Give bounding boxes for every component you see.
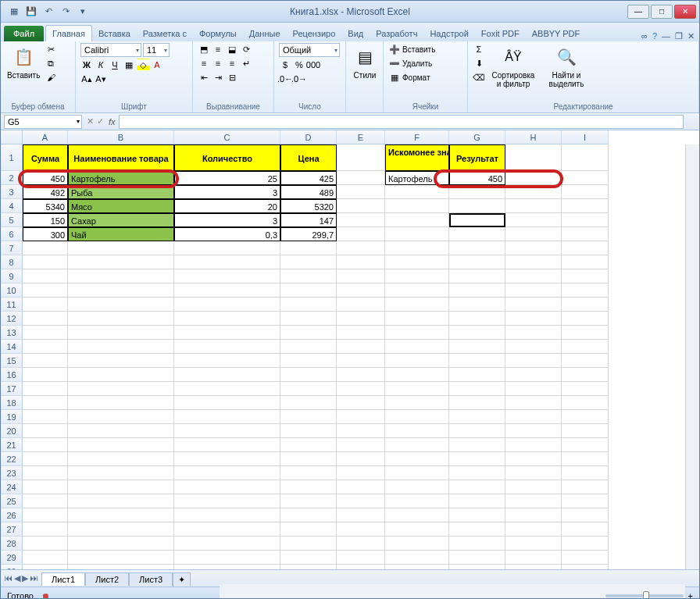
cell-A5[interactable]: 150 — [23, 213, 68, 227]
maximize-button[interactable]: □ — [651, 5, 673, 19]
row-header-18[interactable]: 18 — [1, 396, 23, 410]
fill-color-icon[interactable]: ◇ — [137, 59, 149, 71]
cell-empty[interactable] — [68, 537, 174, 551]
cell-empty[interactable] — [280, 326, 337, 340]
cell-empty[interactable] — [337, 340, 385, 354]
cell-empty[interactable] — [385, 326, 449, 340]
cell-empty[interactable] — [562, 354, 609, 368]
cell-D1[interactable]: Цена — [280, 144, 337, 171]
cell-empty[interactable] — [280, 368, 337, 382]
cell-empty[interactable] — [562, 396, 609, 410]
cell-empty[interactable] — [449, 340, 505, 354]
tab-formulas[interactable]: Формулы — [193, 26, 243, 41]
cell-B6[interactable]: Чай — [68, 227, 174, 241]
wrap-text-icon[interactable]: ↵ — [240, 57, 252, 70]
cell-empty[interactable] — [505, 269, 562, 283]
cell-empty[interactable] — [280, 283, 337, 298]
select-all-corner[interactable] — [1, 130, 23, 144]
autosum-icon[interactable]: Σ — [473, 43, 485, 55]
cell-empty[interactable] — [174, 283, 280, 298]
find-select-button[interactable]: 🔍 Найти и выделить — [541, 43, 591, 90]
cell-empty[interactable] — [385, 494, 449, 508]
tab-layout[interactable]: Разметка с — [137, 26, 193, 41]
close-button[interactable]: ✕ — [674, 5, 696, 19]
cell-empty[interactable] — [280, 565, 337, 569]
cell-empty[interactable] — [280, 537, 337, 551]
increase-indent-icon[interactable]: ⇥ — [212, 71, 224, 84]
tab-review[interactable]: Рецензиро — [287, 26, 342, 41]
cell-empty[interactable] — [68, 466, 174, 480]
cell-empty[interactable] — [505, 565, 562, 569]
row-header-12[interactable]: 12 — [1, 312, 23, 326]
cell-empty[interactable] — [23, 466, 68, 480]
tab-file[interactable]: Файл — [4, 26, 44, 41]
cell-empty[interactable] — [280, 480, 337, 494]
cell-empty[interactable] — [505, 537, 562, 551]
cell-empty[interactable] — [449, 255, 505, 269]
cell-empty[interactable] — [449, 354, 505, 368]
doc-min-icon[interactable]: — — [662, 31, 670, 41]
cell-empty[interactable] — [68, 494, 174, 508]
cell-A4[interactable]: 5340 — [23, 199, 68, 213]
cell-empty[interactable] — [449, 241, 505, 255]
cell-empty[interactable] — [174, 269, 280, 283]
percent-icon[interactable]: % — [293, 59, 305, 71]
row-header-26[interactable]: 26 — [1, 508, 23, 522]
cell-empty[interactable] — [337, 283, 385, 298]
cell-empty[interactable] — [23, 298, 68, 312]
align-right-icon[interactable]: ≡ — [226, 57, 238, 70]
align-middle-icon[interactable]: ≡ — [212, 43, 224, 55]
font-color-icon[interactable]: A — [151, 59, 163, 71]
cell-empty[interactable] — [280, 382, 337, 396]
cell-empty[interactable] — [562, 508, 609, 522]
cell-empty[interactable] — [505, 396, 562, 410]
tab-abbyy[interactable]: ABBYY PDF — [526, 26, 587, 41]
cell-empty[interactable] — [449, 565, 505, 569]
col-header-D[interactable]: D — [280, 130, 337, 144]
cell-empty[interactable] — [337, 508, 385, 522]
cell-empty[interactable] — [449, 438, 505, 452]
cell-empty[interactable] — [174, 494, 280, 508]
sheet-tab-1[interactable]: Лист1 — [41, 572, 85, 586]
sort-filter-button[interactable]: ÂŸ Сортировка и фильтр — [488, 43, 538, 90]
cell-empty[interactable] — [280, 340, 337, 354]
cell-empty[interactable] — [505, 283, 562, 298]
cell-empty[interactable] — [505, 438, 562, 452]
qat-more-icon[interactable]: ▾ — [76, 5, 90, 19]
orientation-icon[interactable]: ⟳ — [240, 43, 252, 55]
tab-data[interactable]: Данные — [243, 26, 287, 41]
cell-empty[interactable] — [68, 241, 174, 255]
decrease-decimal-icon[interactable]: .0→ — [293, 73, 305, 85]
cell-empty[interactable] — [68, 452, 174, 466]
cell-empty[interactable] — [174, 508, 280, 522]
cell-empty[interactable] — [562, 368, 609, 382]
fill-icon[interactable]: ⬇ — [473, 57, 485, 70]
cell-B1[interactable]: Наименование товара — [68, 144, 174, 171]
cell-empty[interactable] — [337, 480, 385, 494]
cell-C5[interactable]: 3 — [174, 213, 280, 227]
cell-empty[interactable] — [174, 368, 280, 382]
cell-empty[interactable] — [449, 522, 505, 537]
cell-empty[interactable] — [385, 255, 449, 269]
grow-font-icon[interactable]: A▴ — [80, 73, 93, 85]
row-header-24[interactable]: 24 — [1, 480, 23, 494]
cell-I1[interactable] — [562, 144, 609, 171]
cell-empty[interactable] — [174, 565, 280, 569]
row-header-23[interactable]: 23 — [1, 466, 23, 480]
cell-empty[interactable] — [449, 508, 505, 522]
cell-empty[interactable] — [505, 340, 562, 354]
cell-empty[interactable] — [449, 537, 505, 551]
cell-empty[interactable] — [505, 241, 562, 255]
cell-empty[interactable] — [385, 396, 449, 410]
cell-C2[interactable]: 25 — [174, 171, 280, 185]
row-header-9[interactable]: 9 — [1, 269, 23, 283]
cell-empty[interactable] — [174, 255, 280, 269]
cell-empty[interactable] — [562, 424, 609, 438]
cell-empty[interactable] — [385, 269, 449, 283]
row-header-7[interactable]: 7 — [1, 241, 23, 255]
row-header-6[interactable]: 6 — [1, 227, 23, 241]
sheet-next-icon[interactable]: ▶ — [22, 573, 28, 583]
row-header-5[interactable]: 5 — [1, 213, 23, 227]
cell-empty[interactable] — [68, 340, 174, 354]
cell-empty[interactable] — [23, 368, 68, 382]
